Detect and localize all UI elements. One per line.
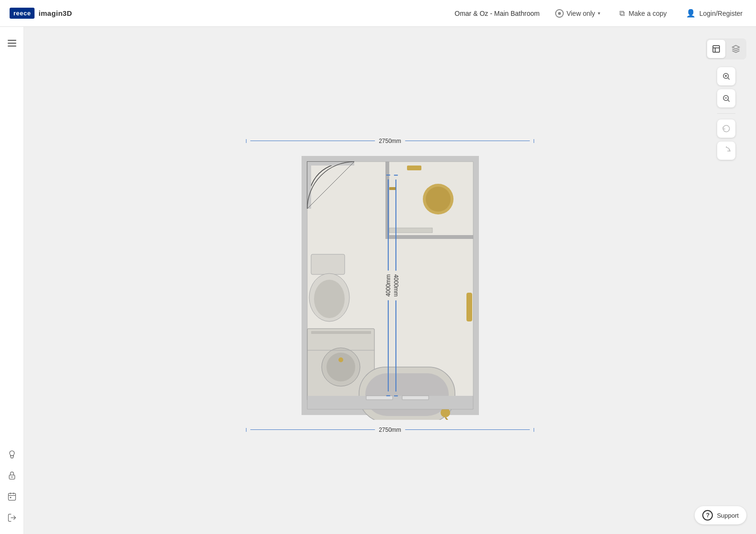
dim-line-bottom2 — [405, 429, 530, 430]
make-copy-button[interactable]: ⧉ Make a copy — [616, 7, 670, 20]
svg-rect-25 — [365, 373, 449, 416]
view-toggle — [706, 38, 746, 59]
header-center: Omar & Oz - Main Bathroom View only ▾ ⧉ … — [454, 7, 746, 20]
view-only-label: View only — [567, 10, 595, 17]
redo-icon — [722, 146, 731, 155]
dim-line-left — [388, 300, 389, 392]
exit-icon-button[interactable] — [3, 509, 21, 526]
reece-logo: reece — [10, 8, 35, 19]
dim-line-right2 — [395, 300, 396, 392]
2d-icon — [712, 45, 721, 53]
dim-text-top: 2750mm — [379, 138, 401, 144]
zoom-out-button[interactable] — [717, 89, 735, 107]
imagin3d-logo: imagin3D — [38, 9, 72, 17]
left-sidebar — [0, 27, 24, 534]
exit-icon — [7, 513, 17, 522]
login-register-button[interactable]: 👤 Login/Register — [682, 7, 746, 20]
dim-end-bottom-right — [394, 395, 398, 396]
3d-icon — [732, 45, 740, 53]
login-register-label: Login/Register — [699, 10, 743, 17]
svg-line-41 — [728, 78, 729, 79]
logo-area: reece imagin3D — [10, 8, 72, 19]
dim-line-top2 — [405, 141, 530, 142]
dim-end-top-left — [386, 395, 390, 396]
support-button[interactable]: ? Support — [695, 506, 746, 524]
chevron-down-icon: ▾ — [598, 11, 600, 16]
dimension-left: 4000mm — [384, 175, 391, 396]
canvas-area: 2750mm 2750mm 4000mm 4000mm — [24, 27, 756, 534]
zoom-in-button[interactable] — [717, 67, 735, 85]
svg-rect-15 — [311, 254, 345, 274]
dim-line-top — [250, 141, 375, 142]
svg-rect-2 — [8, 493, 15, 500]
svg-rect-37 — [713, 46, 720, 52]
project-title: Omar & Oz - Main Bathroom — [454, 10, 539, 17]
support-circle-icon: ? — [702, 510, 713, 521]
toolbar-divider — [717, 113, 735, 114]
zoom-out-icon — [722, 94, 731, 103]
lock-icon — [7, 471, 17, 480]
right-toolbar — [706, 38, 746, 160]
dimension-right: 4000mm — [393, 175, 399, 396]
svg-point-1 — [11, 476, 12, 478]
copy-icon: ⧉ — [619, 9, 625, 18]
view-3d-button[interactable] — [727, 40, 745, 58]
undo-icon — [722, 124, 731, 133]
make-copy-label: Make a copy — [628, 10, 666, 17]
dim-text-right: 4000mm — [393, 274, 399, 297]
user-icon: 👤 — [686, 9, 696, 18]
svg-point-20 — [326, 353, 355, 381]
undo-button[interactable] — [717, 119, 735, 138]
dimension-bottom: 2750mm — [246, 427, 535, 433]
dim-end-bottom-left — [386, 175, 390, 176]
dim-end-top-right — [394, 175, 398, 176]
view-only-button[interactable]: View only ▾ — [551, 7, 605, 20]
svg-rect-3 — [10, 497, 11, 498]
lock-icon-button[interactable] — [3, 467, 21, 484]
calendar-icon-button[interactable] — [3, 488, 21, 505]
svg-rect-23 — [311, 331, 371, 334]
support-label: Support — [717, 512, 739, 519]
header: reece imagin3D Omar & Oz - Main Bathroom… — [0, 0, 756, 27]
dim-line-right — [395, 179, 396, 270]
zoom-in-icon — [722, 72, 731, 81]
dim-end-right-bottom — [534, 428, 535, 432]
svg-point-12 — [426, 187, 451, 212]
svg-line-45 — [728, 100, 729, 101]
redo-button[interactable] — [717, 142, 735, 160]
dim-end-left-bottom — [246, 428, 247, 432]
view-2d-button[interactable] — [707, 40, 725, 58]
calendar-icon — [7, 492, 17, 501]
dim-line-left2 — [388, 179, 389, 270]
svg-line-27 — [445, 417, 449, 420]
svg-rect-36 — [407, 166, 421, 170]
menu-icon-button[interactable] — [3, 35, 21, 52]
dim-end-right-top — [534, 139, 535, 143]
dim-line-bottom — [250, 429, 375, 430]
floor-plan-container: 2750mm 2750mm 4000mm 4000mm — [297, 151, 484, 420]
dim-text-left: 4000mm — [384, 274, 391, 297]
sidebar-bottom — [3, 446, 21, 534]
lightbulb-icon-button[interactable] — [3, 446, 21, 463]
view-only-icon — [555, 9, 564, 18]
svg-rect-31 — [466, 293, 472, 321]
lightbulb-icon — [7, 450, 17, 459]
dimension-top: 2750mm — [246, 138, 535, 144]
svg-rect-30 — [402, 396, 429, 400]
dim-text-bottom: 2750mm — [379, 427, 401, 433]
hamburger-icon — [5, 37, 19, 49]
svg-point-17 — [314, 280, 345, 318]
dim-end-left-top — [246, 139, 247, 143]
svg-point-21 — [338, 357, 343, 362]
